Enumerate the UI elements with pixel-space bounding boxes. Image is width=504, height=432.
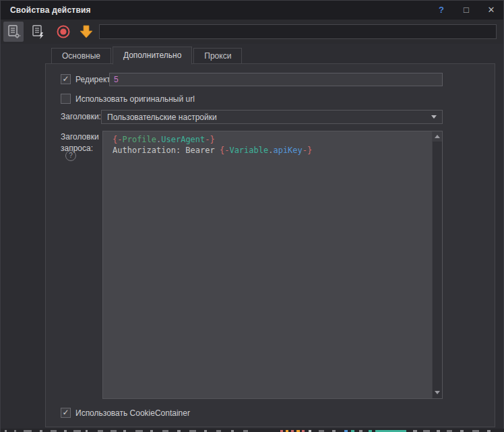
tab-dopolnitelno[interactable]: Дополнительно xyxy=(113,47,192,65)
code-line: Authorization: Bearer {-Variable.apiKey-… xyxy=(113,145,432,156)
clipped-text-row xyxy=(1,429,504,432)
headers-label: Заголовки: xyxy=(61,112,101,121)
scroll-up-button[interactable] xyxy=(433,131,442,142)
record-button[interactable] xyxy=(53,22,73,42)
tab-proksi[interactable]: Прокси xyxy=(193,48,242,64)
action-properties-tool-button[interactable] xyxy=(3,22,24,42)
tab-page-additional: Редирект Использовать оригинальный url З… xyxy=(45,63,495,427)
headers-combobox[interactable]: Пользовательские настройки xyxy=(101,110,443,124)
cookie-container-checkbox[interactable] xyxy=(61,408,71,418)
cookie-container-label: Использовать CookieContainer xyxy=(75,408,190,418)
redirect-checkbox[interactable] xyxy=(61,74,71,84)
action-comment-tool-button[interactable] xyxy=(28,22,48,42)
tab-osnovnye[interactable]: Основные xyxy=(51,48,111,64)
triangle-down-icon xyxy=(435,391,440,394)
help-circle-icon[interactable]: ? xyxy=(65,150,76,161)
titlebar-buttons: ? □ ✕ xyxy=(436,1,497,20)
request-headers-editor[interactable]: {-Profile.UserAgent-}Authorization: Bear… xyxy=(102,131,443,399)
window-title: Свойства действия xyxy=(10,5,91,15)
code-line: {-Profile.UserAgent-} xyxy=(113,134,432,145)
close-button[interactable]: ✕ xyxy=(486,3,497,17)
record-icon xyxy=(55,24,71,40)
arrow-down-icon xyxy=(78,24,94,40)
run-to-action-button[interactable] xyxy=(76,22,96,42)
headers-combobox-value: Пользовательские настройки xyxy=(107,113,431,122)
titlebar: Свойства действия ? □ ✕ xyxy=(1,1,503,20)
help-button[interactable]: ? xyxy=(436,3,447,17)
triangle-up-icon xyxy=(435,135,440,138)
maximize-button[interactable]: □ xyxy=(461,3,472,17)
tabstrip: ОсновныеДополнительноПрокси xyxy=(51,47,243,64)
document-lightning-icon xyxy=(30,24,46,40)
code-area[interactable]: {-Profile.UserAgent-}Authorization: Bear… xyxy=(103,131,432,398)
scroll-down-button[interactable] xyxy=(433,388,442,398)
action-title-input[interactable] xyxy=(99,24,497,39)
original-url-checkbox[interactable] xyxy=(61,94,71,104)
chevron-down-icon xyxy=(431,115,437,119)
document-settings-icon xyxy=(5,24,22,40)
redirect-count-input[interactable] xyxy=(109,73,443,86)
editor-scrollbar[interactable] xyxy=(432,131,442,398)
action-properties-dialog: Свойства действия ? □ ✕ xyxy=(0,0,504,432)
toolbar xyxy=(1,20,503,44)
original-url-label: Использовать оригинальный url xyxy=(75,94,195,104)
redirect-label: Редирект xyxy=(75,75,111,84)
